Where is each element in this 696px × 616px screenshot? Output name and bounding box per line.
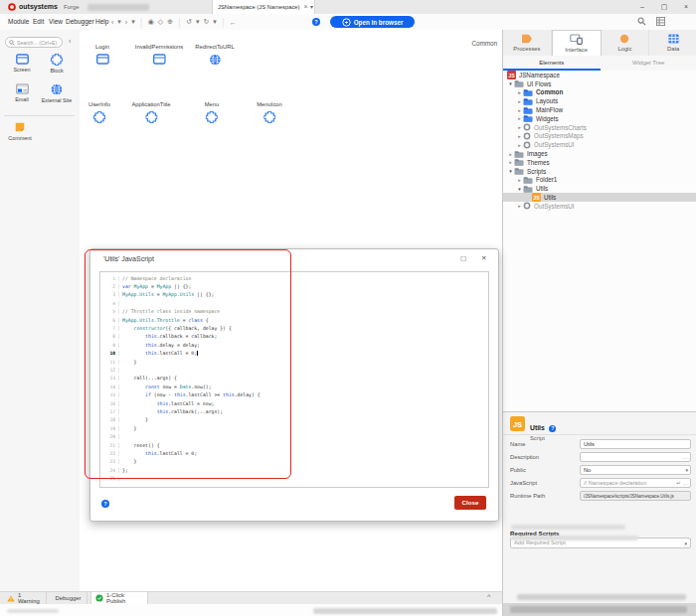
- code-line[interactable]: 5// Throttle class inside namespace: [100, 308, 488, 316]
- menu-debugger[interactable]: Debugger: [66, 14, 94, 30]
- window-minimize-button[interactable]: –: [634, 0, 650, 14]
- panel-grid-icon[interactable]: [656, 17, 665, 26]
- javascript-input[interactable]: // Namespace declaration↵ …: [580, 478, 691, 488]
- code-line[interactable]: 6MyApp.Utils.Throttle = class {: [100, 316, 488, 324]
- tab-jsnamespace[interactable]: JSNamespace (JS Namespace) ×: [212, 0, 315, 14]
- search-icon[interactable]: [637, 17, 646, 26]
- tab-interface[interactable]: Interface: [552, 30, 602, 56]
- flow-item-login[interactable]: Login: [95, 44, 109, 65]
- tree-item-images[interactable]: ▸Images: [503, 149, 696, 158]
- code-line[interactable]: 19 }: [100, 424, 488, 432]
- code-line[interactable]: 22 this.lastCall = 0;: [100, 449, 488, 457]
- code-line[interactable]: 23 }: [100, 458, 488, 466]
- flow-item-userinfo[interactable]: UserInfo: [88, 101, 110, 123]
- window-maximize-button[interactable]: ▢: [656, 0, 672, 14]
- toolbar-icon[interactable]: ←: [230, 19, 237, 26]
- toolbar-icon[interactable]: ↻: [203, 18, 209, 26]
- menu-view[interactable]: View: [49, 14, 63, 30]
- open-in-browser-button[interactable]: Open in browser: [330, 16, 415, 28]
- debugger-tab[interactable]: Debugger: [50, 592, 87, 604]
- collapse-sidebar-icon[interactable]: ‹: [69, 38, 71, 45]
- code-line[interactable]: 7 constructor({ callback, delay }) {: [100, 324, 488, 332]
- menu-help[interactable]: Help: [95, 14, 108, 30]
- tree-item-folder1[interactable]: ▸Folder1: [503, 176, 696, 185]
- tree-item-outsystemsui[interactable]: ▸OutSystemsUI: [503, 140, 696, 149]
- code-line[interactable]: 16 this.lastCall = now;: [100, 399, 488, 407]
- toolbox-item-block[interactable]: Block: [37, 54, 77, 74]
- code-line[interactable]: 2var MyApp = MyApp || {};: [100, 282, 488, 290]
- code-line[interactable]: 3MyApp.Utils = MyApp.Utils || {};: [100, 291, 488, 299]
- menu-edit[interactable]: Edit: [33, 14, 44, 30]
- code-line[interactable]: 24};: [100, 466, 488, 474]
- code-line[interactable]: 10 this.lastCall = 0;: [100, 350, 488, 358]
- tab-list-caret-icon[interactable]: ▾: [310, 0, 313, 14]
- dialog-maximize-icon[interactable]: ▢: [460, 254, 466, 262]
- subtab-elements[interactable]: Elements: [503, 56, 601, 71]
- tree-collapsed-icon[interactable]: ▸: [507, 151, 514, 157]
- toolbar-icon[interactable]: ▾: [213, 18, 217, 26]
- tree-collapsed-icon[interactable]: ▸: [516, 203, 523, 209]
- menu-module[interactable]: Module: [8, 14, 29, 30]
- flow-item-applicationtitle[interactable]: ApplicationTitle: [131, 101, 170, 123]
- tree-item-scripts[interactable]: ▾Scripts: [503, 167, 696, 176]
- code-line[interactable]: 8 this.callback = callback;: [100, 333, 488, 341]
- toolbar-icon[interactable]: ◇: [158, 18, 163, 26]
- tree-item-mainflow[interactable]: ▸MainFlow: [503, 105, 696, 114]
- tree-item-utils[interactable]: JSUtils: [503, 193, 696, 202]
- tree-item-utils[interactable]: ▾Utils: [503, 184, 696, 193]
- public-select[interactable]: No▾: [580, 465, 691, 475]
- description-input[interactable]: …: [580, 452, 691, 462]
- toolbar-icon[interactable]: ▾: [131, 18, 135, 26]
- code-line[interactable]: 21 reset() {: [100, 441, 488, 449]
- tree-expanded-icon[interactable]: ▾: [507, 80, 514, 86]
- code-line[interactable]: 15 if (now - this.lastCall >= this.delay…: [100, 390, 488, 398]
- toolbar-icon[interactable]: ◉: [148, 18, 154, 26]
- toolbar-icon[interactable]: ▾: [196, 18, 200, 26]
- tree-item-outsystemsui[interactable]: ▸OutSystemsUI: [503, 202, 696, 211]
- tree-item-outsystemscharts[interactable]: ▸OutSystemsCharts: [503, 123, 696, 132]
- tree-collapsed-icon[interactable]: ▸: [516, 133, 523, 139]
- flow-item-redirecttourl[interactable]: RedirectToURL: [195, 44, 234, 66]
- toolbox-search-input[interactable]: Search... (Ctrl+E): [5, 37, 63, 48]
- code-line[interactable]: 20: [100, 432, 488, 440]
- toolbox-item-external-site[interactable]: External Site: [37, 83, 77, 103]
- code-line[interactable]: 14 const now = Date.now();: [100, 383, 488, 390]
- tab-data[interactable]: Data: [649, 30, 696, 56]
- code-line[interactable]: 25: [100, 474, 488, 482]
- tree-expanded-icon[interactable]: ▾: [507, 168, 514, 174]
- tree-collapsed-icon[interactable]: ▸: [516, 115, 523, 121]
- help-icon[interactable]: ?: [312, 18, 320, 26]
- tab-close-icon[interactable]: ×: [303, 0, 307, 14]
- close-button[interactable]: Close: [454, 496, 486, 510]
- tree-collapsed-icon[interactable]: ▸: [516, 98, 523, 104]
- tree-item-outsystemsmaps[interactable]: ▸OutSystemsMaps: [503, 132, 696, 141]
- code-editor[interactable]: 1// Namespace declaration2var MyApp = My…: [99, 271, 489, 488]
- tree-item-layouts[interactable]: ▸Layouts: [503, 96, 696, 105]
- tree-collapsed-icon[interactable]: ▸: [516, 142, 523, 148]
- tree-collapsed-icon[interactable]: ▸: [516, 107, 523, 113]
- code-line[interactable]: 17 this.callback(...args);: [100, 407, 488, 415]
- code-line[interactable]: 9 this.delay = delay;: [100, 341, 488, 349]
- flow-item-menuicon[interactable]: MenuIcon: [257, 101, 281, 123]
- tree-item-common[interactable]: ▸Common: [503, 88, 696, 97]
- tree-item-jsnamespace[interactable]: JSJSNamespace: [503, 71, 696, 79]
- code-line[interactable]: 11 }: [100, 358, 488, 366]
- toolbar-icon[interactable]: ⊕: [167, 18, 173, 26]
- toolbar-icon[interactable]: ›: [125, 19, 127, 26]
- toolbar-icon[interactable]: ▾: [117, 18, 121, 26]
- code-line[interactable]: 18 }: [100, 416, 488, 424]
- tree-item-ui flows[interactable]: ▾UI Flows: [503, 79, 696, 88]
- code-line[interactable]: 1// Namespace declaration: [100, 274, 488, 282]
- toolbar-icon[interactable]: ↺: [186, 18, 192, 26]
- redacted-tab[interactable]: [87, 4, 149, 11]
- window-close-button[interactable]: ×: [678, 0, 694, 14]
- warnings-tab[interactable]: 1 Warning: [3, 592, 47, 604]
- toolbox-item-email[interactable]: Email: [2, 83, 42, 102]
- flow-item-invalidpermissions[interactable]: InvalidPermissions: [135, 44, 183, 65]
- help-icon[interactable]: ?: [549, 425, 556, 432]
- help-icon[interactable]: ?: [101, 500, 109, 508]
- toolbox-item-screen[interactable]: Screen: [2, 54, 42, 73]
- toolbox-item-comment[interactable]: Comment: [0, 121, 40, 141]
- tree-collapsed-icon[interactable]: ▸: [507, 159, 514, 165]
- tree-expanded-icon[interactable]: ▾: [516, 186, 523, 192]
